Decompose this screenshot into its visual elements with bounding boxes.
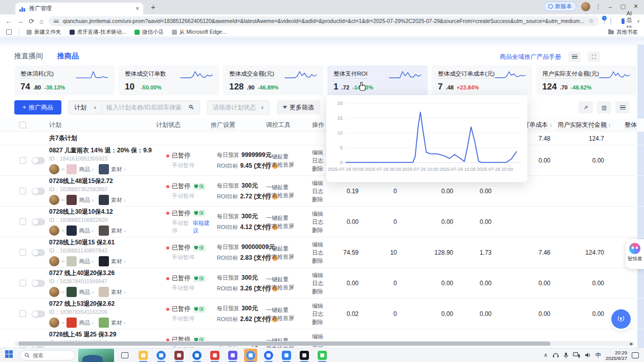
site-controls-icon[interactable] bbox=[54, 20, 59, 22]
bookmark-item[interactable]: 虎牙直播-技术驱动... bbox=[70, 29, 126, 36]
plan-status-select[interactable]: 请筛选计划状态∨ bbox=[207, 100, 270, 115]
edit-link[interactable]: 编辑 bbox=[312, 302, 331, 310]
material-thumbnail[interactable] bbox=[99, 287, 109, 297]
plan-title[interactable]: 0728线上48退15保2.72 bbox=[49, 177, 152, 186]
material-thumbnail[interactable] bbox=[99, 318, 109, 328]
plan-title[interactable]: 0726线上45 退25 保3.29 bbox=[49, 330, 152, 339]
extension-icon[interactable]: 1 bbox=[604, 17, 605, 25]
search-icon[interactable]: 🔍︎ bbox=[188, 104, 199, 111]
product-link[interactable]: 商品 › bbox=[79, 258, 93, 265]
material-link[interactable]: 素材 › bbox=[111, 227, 125, 235]
log-link[interactable]: 日志 bbox=[312, 248, 331, 257]
window-close-button[interactable]: ✕ bbox=[632, 3, 640, 10]
row-checkbox[interactable] bbox=[19, 188, 26, 194]
extensions-puzzle-icon[interactable] bbox=[610, 17, 611, 25]
new-tab-button[interactable]: + bbox=[151, 3, 156, 11]
search-type-select[interactable]: 计划∨ bbox=[69, 101, 102, 114]
select-all-checkbox[interactable] bbox=[19, 122, 26, 128]
search-top-screen-link[interactable]: 搜索抢首屏 bbox=[266, 222, 306, 230]
share-export-button[interactable]: ⇗ bbox=[579, 101, 593, 114]
bookmark-item[interactable]: 微信小店 bbox=[135, 29, 164, 36]
col-metric[interactable]: 用户实际支付金额▲▼ bbox=[558, 121, 611, 129]
stat-card[interactable]: 用户实际支付金额(元) 124.70 -48.62% bbox=[536, 65, 636, 95]
microphone-icon[interactable] bbox=[564, 352, 568, 358]
more-filters-button[interactable]: 更多筛选 bbox=[277, 100, 320, 115]
review-suggestion-link[interactable]: 审核建议 bbox=[193, 219, 211, 235]
browser-menu-icon[interactable]: ⋮ bbox=[595, 3, 602, 10]
search-top-screen-link[interactable]: 搜索抢首屏 bbox=[266, 161, 306, 169]
product-thumbnail[interactable] bbox=[66, 225, 77, 236]
material-thumbnail[interactable] bbox=[99, 195, 109, 205]
one-key-boost-link[interactable]: 一键起量 bbox=[266, 306, 306, 314]
forward-button[interactable]: → bbox=[17, 17, 24, 25]
stat-card[interactable]: 整体支付ROI 1.72 -14.43% bbox=[327, 65, 428, 95]
row-enable-toggle[interactable] bbox=[32, 188, 45, 195]
reload-button[interactable]: ⟳ bbox=[29, 17, 34, 25]
search-top-screen-link[interactable]: 搜索抢首屏 bbox=[266, 253, 306, 261]
delete-link[interactable]: 删除 bbox=[312, 287, 331, 296]
material-thumbnail[interactable] bbox=[99, 256, 109, 266]
material-thumbnail[interactable] bbox=[99, 164, 109, 174]
taskbar-app-wps-office[interactable] bbox=[208, 349, 221, 362]
taskbar-search-input[interactable] bbox=[33, 352, 63, 358]
product-link[interactable]: 商品 › bbox=[79, 227, 93, 235]
product-thumbnail[interactable] bbox=[66, 164, 77, 174]
network-icon[interactable] bbox=[573, 352, 580, 358]
volume-icon[interactable] bbox=[585, 352, 591, 358]
one-key-boost-link[interactable]: 一键起量 bbox=[266, 183, 306, 191]
delete-link[interactable]: 删除 bbox=[312, 257, 331, 265]
product-link[interactable]: 商品 › bbox=[79, 319, 93, 327]
side-panel-icon[interactable] bbox=[6, 29, 12, 35]
product-thumbnail[interactable] bbox=[66, 256, 77, 266]
edit-link[interactable]: 编辑 bbox=[312, 240, 331, 248]
one-key-boost-link[interactable]: 一键起量 bbox=[266, 244, 306, 253]
taskbar-app-blue-app[interactable] bbox=[280, 349, 293, 362]
stat-card[interactable]: 整体成交订单成本(元) 7.48 +23.84% bbox=[432, 65, 532, 95]
material-thumbnail[interactable] bbox=[99, 225, 109, 236]
row-checkbox[interactable] bbox=[19, 310, 26, 317]
profile-avatar[interactable] bbox=[581, 2, 590, 11]
taskbar-app-green-chat-app[interactable] bbox=[316, 349, 329, 362]
row-checkbox[interactable] bbox=[19, 218, 26, 225]
bookmark-star-icon[interactable]: ☆ bbox=[588, 17, 594, 25]
customer-service-button[interactable] bbox=[611, 309, 631, 329]
edit-link[interactable]: 编辑 bbox=[312, 332, 331, 341]
one-key-boost-link[interactable]: 一键起量 bbox=[266, 275, 306, 283]
one-key-boost-link[interactable]: 一键起量 bbox=[266, 152, 306, 161]
search-top-screen-link[interactable]: 搜索抢首屏 bbox=[266, 191, 306, 199]
one-key-boost-link[interactable]: 一键起量 bbox=[266, 214, 306, 222]
col-metric[interactable]: 整体▲▼ bbox=[611, 121, 644, 129]
sort-icon[interactable]: ▲▼ bbox=[608, 123, 611, 127]
material-link[interactable]: 素材 › bbox=[111, 258, 125, 265]
ime-indicator[interactable]: 中 bbox=[595, 351, 601, 359]
product-thumbnail[interactable] bbox=[66, 195, 77, 205]
other-bookmarks-button[interactable]: 其他书签 bbox=[608, 29, 638, 36]
page-tab[interactable]: 推直播间 bbox=[14, 52, 43, 61]
plan-title[interactable]: 0827 儿童雨衣 14% 退：20% 保：9.92 bbox=[49, 146, 152, 155]
taskbar-app-edge-browser[interactable] bbox=[154, 349, 168, 362]
scroll-right-arrow-icon[interactable]: ▶ bbox=[630, 342, 633, 346]
address-bar[interactable]: qianchuan.jinritemai.com/uni-prom?aavid=… bbox=[49, 16, 599, 26]
product-link[interactable]: 商品 › bbox=[79, 196, 93, 204]
weather-widget[interactable] bbox=[78, 349, 114, 362]
taskbar-clock[interactable]: 20:292025/8/27 bbox=[606, 350, 627, 361]
tab-close-icon[interactable]: × bbox=[136, 5, 139, 12]
task-view-button[interactable] bbox=[121, 352, 128, 358]
product-link[interactable]: 商品 › bbox=[79, 288, 93, 296]
row-enable-toggle[interactable] bbox=[32, 310, 45, 318]
row-enable-toggle[interactable] bbox=[32, 280, 45, 287]
back-button[interactable]: ← bbox=[5, 17, 12, 25]
bookmark-item[interactable]: 从 Microsoft Edge... bbox=[172, 29, 227, 36]
plan-title[interactable]: 0727 线上40退20保3.26 bbox=[49, 269, 152, 278]
material-link[interactable]: 素材 › bbox=[111, 319, 125, 327]
taskbar-app-app-store[interactable] bbox=[172, 349, 186, 362]
zhitouxing-widget[interactable]: 智投星 bbox=[626, 239, 644, 269]
row-checkbox[interactable] bbox=[19, 157, 26, 164]
plan-title[interactable]: 0728线上30退10保4.12 bbox=[49, 208, 152, 216]
taskbar-app-douyin[interactable] bbox=[298, 349, 311, 362]
material-link[interactable]: 素材 › bbox=[111, 288, 125, 296]
stat-card[interactable]: 整体成交金额(元) 128.90 -46.89% bbox=[223, 65, 323, 95]
material-link[interactable]: 素材 › bbox=[111, 196, 125, 204]
metrics-settings-button[interactable] bbox=[568, 52, 581, 62]
window-minimize-button[interactable]: – bbox=[606, 4, 614, 10]
